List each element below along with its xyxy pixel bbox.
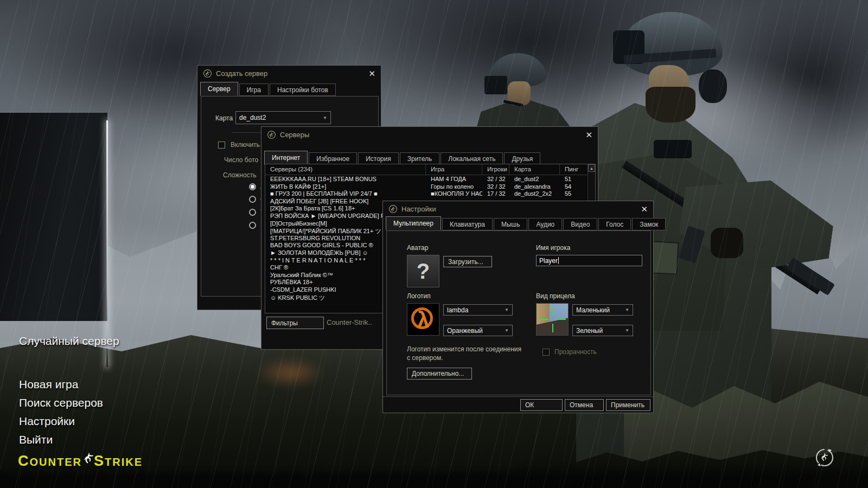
main-menu: Случайный серверНовая играПоиск серверов…	[19, 332, 119, 449]
column-header-map[interactable]: Карта	[509, 164, 560, 175]
lambda-icon: λ	[407, 305, 439, 335]
soldier-small-mic	[503, 100, 523, 106]
menu-item-4[interactable]: Настройки	[19, 412, 119, 431]
radio-button[interactable]	[249, 222, 256, 229]
transparency-checkbox[interactable]	[542, 349, 550, 356]
logo-color-dropdown[interactable]: Оранжевый ▼	[443, 325, 513, 336]
enable-bots-row[interactable]: Включить б	[213, 141, 265, 149]
cell-name: ■ ГРУЗ 200 | БЕСПЛАТНЫЙ VIP 24/7 ■	[265, 190, 426, 198]
difficulty-label: Сложность	[223, 171, 256, 179]
menu-item-2[interactable]: Новая игра	[19, 375, 119, 394]
logo-label: Логотип	[407, 292, 431, 300]
map-dropdown[interactable]: de_dust2 ▼	[235, 111, 331, 124]
logo-note-line1: Логотип изменится после соединения	[407, 345, 537, 354]
close-icon[interactable]: ✕	[368, 69, 375, 78]
crosshair-color-dropdown[interactable]: Зеленый ▼	[572, 325, 633, 336]
cs-window-icon	[267, 130, 276, 139]
servers-tab-6[interactable]: Друзья	[504, 152, 540, 165]
cell-ping: 55	[560, 190, 588, 198]
servers-titlebar: Серверы ✕	[261, 127, 598, 142]
chevron-down-icon: ▼	[625, 328, 629, 333]
menu-item-3[interactable]: Поиск серверов	[19, 394, 119, 412]
storm-cloud	[640, 0, 868, 190]
ok-button[interactable]: ОК	[520, 399, 563, 411]
servers-tabs: ИнтернетИзбранноеИсторияЗрительЛокальная…	[264, 151, 541, 165]
cs-emblem-icon[interactable]	[814, 447, 835, 471]
fire-glow	[255, 358, 326, 388]
logo-counter-text: COUNTER	[18, 454, 82, 468]
enable-bots-label: Включить б	[231, 141, 265, 149]
soldier-large-helmet	[620, 12, 723, 76]
servers-tab-2[interactable]: Избранное	[309, 152, 357, 165]
player-name-input[interactable]: Player	[536, 255, 642, 266]
window-title: Настройки	[401, 205, 436, 213]
chevron-down-icon: ▼	[625, 307, 629, 312]
cs-soldier-icon	[82, 452, 94, 468]
server-row-3[interactable]: ■ ГРУЗ 200 | БЕСПЛАТНЫЙ VIP 24/7 ■■КОНОП…	[265, 190, 588, 198]
create-tab-2[interactable]: Игра	[239, 84, 269, 96]
soldier-small-face	[508, 81, 531, 105]
cell-players: 17 / 32	[482, 190, 509, 198]
monolith-light-edge	[106, 120, 108, 367]
crosshair-line	[557, 319, 566, 320]
cs-window-icon	[388, 204, 398, 214]
column-header-servers[interactable]: Серверы (234)	[265, 164, 426, 175]
player-name-value: Player	[539, 257, 558, 265]
create-tab-1[interactable]: Сервер	[200, 82, 238, 96]
column-header-players[interactable]: Игроки	[482, 164, 509, 175]
settings-tab-1[interactable]: Мультиплеер	[386, 216, 441, 230]
radio-button[interactable]	[249, 183, 256, 190]
crosshair-size-dropdown[interactable]: Маленький ▼	[572, 304, 633, 316]
servers-tab-3[interactable]: История	[358, 152, 399, 165]
enable-bots-checkbox[interactable]	[218, 142, 225, 149]
close-icon[interactable]: ✕	[641, 205, 648, 213]
radio-button[interactable]	[249, 196, 256, 203]
scroll-up-icon[interactable]: ▲	[588, 164, 595, 172]
settings-tab-7[interactable]: Замок	[632, 218, 666, 230]
server-row-1[interactable]: EEEKKKAAA.RU [18+] STEAM BONUSНАМ 4 ГОДА…	[265, 176, 588, 183]
settings-tab-4[interactable]: Аудио	[528, 218, 562, 230]
rifle-magazine	[678, 226, 705, 263]
column-header-game[interactable]: Игра	[426, 164, 482, 175]
radio-button[interactable]	[249, 209, 256, 216]
avatar[interactable]: ?	[407, 255, 439, 287]
servers-tab-4[interactable]: Зритель	[400, 152, 440, 165]
column-header-ping[interactable]: Пинг	[560, 164, 588, 175]
filters-button[interactable]: Фильтры	[266, 317, 324, 329]
settings-titlebar: Настройки ✕	[383, 201, 653, 216]
logo-note-line2: с сервером.	[407, 354, 537, 362]
settings-tab-5[interactable]: Видео	[563, 218, 597, 230]
menu-item-1[interactable]: Случайный сервер	[19, 332, 119, 350]
player-name-label: Имя игрока	[536, 244, 570, 252]
cell-name: EEEKKKAAA.RU [18+] STEAM BONUS	[265, 176, 426, 183]
headset-earcup	[699, 69, 727, 103]
create-server-tabs: СерверИграНастройки ботов	[200, 82, 337, 96]
servers-tab-5[interactable]: Локальная сеть	[441, 152, 503, 165]
cell-ping: 51	[560, 176, 588, 183]
soldier-glove	[711, 228, 743, 258]
settings-tabs: МультиплеерКлавиатураМышьАудиоВидеоГолос…	[386, 216, 667, 230]
server-row-2[interactable]: ЖИТЬ В КАЙФ [21+]Горы по колено32 / 32de…	[265, 183, 588, 191]
cell-players: 32 / 32	[482, 176, 509, 183]
upload-avatar-button[interactable]: Загрузить...	[443, 256, 492, 267]
transparency-row[interactable]: Прозрачность	[538, 348, 597, 356]
settings-tab-2[interactable]: Клавиатура	[442, 218, 493, 230]
servers-tab-1[interactable]: Интернет	[264, 151, 308, 165]
advanced-button[interactable]: Дополнительно...	[407, 368, 472, 380]
cell-map: de_alexandra	[509, 183, 560, 191]
settings-tab-3[interactable]: Мышь	[494, 218, 528, 230]
cancel-button[interactable]: Отмена	[565, 399, 604, 411]
cell-game: НАМ 4 ГОДА	[426, 176, 482, 183]
apply-button[interactable]: Применить	[606, 399, 650, 411]
logo-type-dropdown[interactable]: lambda ▼	[443, 304, 513, 316]
counter-strike-logo: COUNTER STRIKE	[18, 452, 143, 468]
create-tab-3[interactable]: Настройки ботов	[270, 84, 336, 96]
server-list-header: Серверы (234) Игра Игроки Карта Пинг	[265, 164, 588, 175]
settings-tab-6[interactable]: Голос	[598, 218, 631, 230]
close-icon[interactable]: ✕	[585, 131, 592, 139]
avatar-label: Аватар	[407, 244, 428, 252]
chevron-down-icon: ▼	[505, 328, 509, 333]
foreground-grass	[0, 465, 868, 488]
menu-item-5[interactable]: Выйти	[19, 431, 119, 449]
cell-game: Горы по колено	[426, 183, 482, 191]
